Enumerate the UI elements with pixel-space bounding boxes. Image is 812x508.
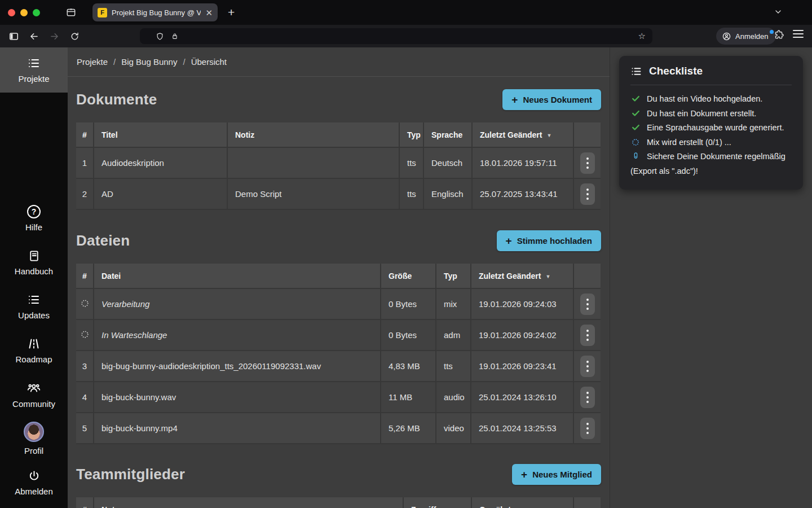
col-zugriff[interactable]: Zugriff▼ — [404, 497, 472, 508]
plus-icon: + — [511, 94, 518, 105]
upload-voice-button[interactable]: + Stimme hochladen — [497, 230, 601, 251]
notification-dot — [770, 30, 774, 34]
sort-desc-icon: ▼ — [545, 274, 550, 279]
table-header-row: # Datei Größe Typ Zuletzt Geändert▼ — [76, 264, 601, 289]
sort-desc-icon: ▼ — [546, 133, 551, 138]
cell-groesse: 0 Bytes — [381, 320, 436, 351]
table-header-row: # Titel Notiz Typ Sprache Zuletzt Geände… — [76, 122, 601, 148]
cell-sprache: Englisch — [424, 179, 473, 210]
table-row[interactable]: 4 big-buck-bunny.wav 11 MB audio 25.01.2… — [76, 382, 601, 413]
table-row[interactable]: In Warteschlange 0 Bytes adm 19.01.2026 … — [76, 320, 601, 351]
sidebar-toggle-icon[interactable] — [6, 28, 21, 44]
row-actions-button[interactable] — [580, 152, 595, 174]
cell-titel: AD — [94, 179, 228, 210]
power-icon — [28, 470, 41, 483]
cell-num: 1 — [76, 148, 94, 179]
row-actions-button[interactable] — [580, 356, 595, 377]
cell-geaendert: 25.01.2024 13:26:10 — [471, 382, 574, 413]
bookmark-star-icon[interactable]: ☆ — [638, 31, 646, 41]
list-icon — [630, 65, 642, 77]
sidebar-item-profil[interactable]: Profil — [0, 417, 68, 461]
breadcrumb: Projekte / Big Bug Bunny / Übersicht — [68, 47, 610, 77]
spinner-icon — [80, 330, 90, 339]
col-nutzer: Nutzer — [94, 497, 404, 508]
row-actions-button[interactable] — [580, 294, 595, 315]
menu-hamburger-icon[interactable] — [793, 30, 804, 38]
forward-button[interactable] — [46, 28, 62, 44]
account-icon — [722, 32, 731, 41]
cell-geaendert: 19.01.2026 09:23:41 — [471, 351, 574, 382]
sidebar-item-hilfe[interactable]: ? Hilfe — [0, 196, 68, 240]
checklist-item: Sichere Deine Dokumente regelmäßig (Expo… — [630, 150, 792, 178]
cell-num: 4 — [76, 382, 94, 413]
help-icon: ? — [27, 205, 41, 218]
sidebar-item-label: Community — [12, 399, 55, 409]
new-document-button[interactable]: + Neues Dokument — [502, 89, 601, 110]
row-actions-button[interactable] — [580, 418, 595, 439]
spinner-icon — [80, 299, 90, 308]
table-row[interactable]: 1 Audiodeskription tts Deutsch 18.01.202… — [76, 148, 601, 179]
row-actions-button[interactable] — [580, 183, 595, 205]
cell-geaendert: 19.01.2026 09:24:03 — [471, 289, 574, 320]
extensions-puzzle-icon[interactable] — [774, 29, 784, 40]
col-zuletzt-geaendert[interactable]: Zuletzt Geändert▼ — [473, 122, 574, 148]
cell-typ: audio — [436, 382, 471, 413]
cell-typ: tts — [400, 179, 424, 210]
cell-num: 5 — [76, 413, 94, 444]
sidebar-item-community[interactable]: Community — [0, 373, 68, 417]
sidebar-item-updates[interactable]: Updates — [0, 284, 68, 329]
tab-close-icon[interactable]: ✕ — [205, 8, 213, 17]
cell-datei: In Warteschlange — [94, 320, 381, 351]
col-num: # — [76, 122, 94, 148]
breadcrumb-project[interactable]: Big Bug Bunny — [121, 57, 177, 67]
window-zoom-button[interactable] — [33, 9, 40, 16]
table-header-row: # Nutzer Zugriff▼ Gewährt — [76, 497, 601, 508]
window-close-button[interactable] — [8, 9, 15, 16]
sidebar-item-label: Hilfe — [25, 222, 42, 232]
team-table: # Nutzer Zugriff▼ Gewährt — [76, 497, 601, 508]
documents-section-title: Dokumente — [76, 91, 157, 108]
new-member-button[interactable]: + Neues Mitglied — [512, 464, 601, 485]
files-table: # Datei Größe Typ Zuletzt Geändert▼ Vera… — [76, 264, 601, 444]
tab-overview-icon[interactable] — [65, 7, 77, 18]
breadcrumb-projekte[interactable]: Projekte — [77, 57, 108, 67]
cell-groesse: 11 MB — [381, 382, 436, 413]
row-actions-button[interactable] — [580, 325, 595, 346]
sidebar-item-abmelden[interactable]: Abmelden — [0, 461, 68, 505]
window-minimize-button[interactable] — [20, 9, 28, 16]
sidebar-item-projekte[interactable]: Projekte — [0, 47, 68, 93]
road-icon — [27, 337, 41, 351]
documents-table: # Titel Notiz Typ Sprache Zuletzt Geände… — [76, 122, 601, 210]
backup-icon — [630, 151, 641, 161]
reload-button[interactable] — [67, 28, 82, 44]
chevron-down-icon[interactable] — [774, 7, 783, 16]
table-row[interactable]: Verarbeitung 0 Bytes mix 19.01.2026 09:2… — [76, 289, 601, 320]
sidebar-item-handbuch[interactable]: Handbuch — [0, 240, 68, 284]
breadcrumb-separator: / — [183, 57, 185, 67]
sidebar-item-roadmap[interactable]: Roadmap — [0, 329, 68, 373]
spinner-icon — [630, 138, 641, 147]
shield-icon[interactable] — [156, 32, 164, 41]
cell-notiz — [228, 148, 400, 179]
sidebar-item-label: Abmelden — [15, 487, 53, 496]
table-row[interactable]: 3 big-bug-bunny-audiodeskription_tts_202… — [76, 351, 601, 382]
profile-avatar — [24, 422, 44, 442]
signin-label: Anmelden — [735, 32, 769, 41]
cell-typ: tts — [400, 148, 424, 179]
url-bar[interactable]: ☆ — [140, 28, 652, 44]
col-sprache: Sprache — [424, 122, 473, 148]
sidebar-item-label: Updates — [18, 310, 50, 320]
browser-tab[interactable]: F Projekt Big Bug Bunny @ VIDEO ✕ — [92, 3, 218, 21]
browser-signin-button[interactable]: Anmelden — [716, 28, 776, 45]
cell-typ: video — [436, 413, 471, 444]
back-button[interactable] — [26, 28, 42, 44]
cell-datei: big-buck-bunny.mp4 — [94, 413, 381, 444]
row-actions-button[interactable] — [580, 387, 595, 408]
lock-icon[interactable] — [171, 32, 179, 40]
table-row[interactable]: 2 AD Demo Script tts Englisch 25.07.2025… — [76, 179, 601, 210]
table-row[interactable]: 5 big-buck-bunny.mp4 5,26 MB video 25.01… — [76, 413, 601, 444]
col-zuletzt-geaendert[interactable]: Zuletzt Geändert▼ — [471, 264, 574, 289]
cell-datei: big-bug-bunny-audiodeskription_tts_20260… — [94, 351, 381, 382]
new-tab-button[interactable]: + — [228, 6, 235, 19]
team-section-title: Teammitglieder — [76, 466, 185, 483]
